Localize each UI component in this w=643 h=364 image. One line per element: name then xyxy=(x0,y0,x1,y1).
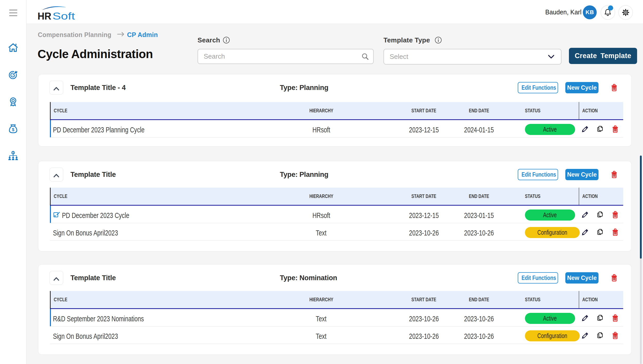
svg-text:$: $ xyxy=(12,151,14,154)
svg-text:$: $ xyxy=(12,127,14,132)
